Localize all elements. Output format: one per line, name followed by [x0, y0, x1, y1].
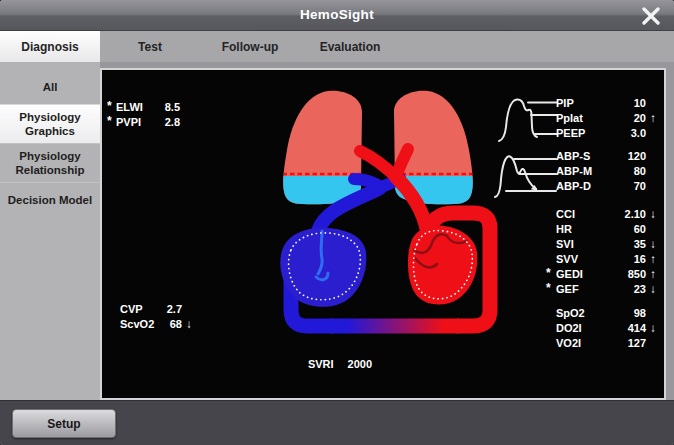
param-value: 16 — [604, 253, 646, 265]
param-value: 23 — [604, 283, 646, 295]
param-label: ScvO2 — [120, 318, 160, 330]
abp-group: ABP-S 120 ABP-M 80 ABP-D — [546, 148, 660, 193]
param-row: ScvO2 68 ↓ — [110, 316, 196, 331]
param-row: * GEDI 850 ↑ — [546, 266, 660, 281]
param-row: CCI 2.10 ↓ — [546, 206, 660, 221]
tab-label: Diagnosis — [21, 40, 78, 54]
blue-heart — [280, 228, 366, 307]
oxy-group: SpO2 98 DO2I 414 ↓ VO2I — [546, 305, 660, 350]
footer-bar: Setup — [0, 400, 674, 445]
red-heart — [408, 226, 477, 305]
param-value: 8.5 — [156, 101, 180, 113]
param-label: ABP-M — [556, 165, 604, 177]
param-label: SVI — [556, 238, 604, 250]
param-row: PIP 10 — [546, 95, 660, 110]
tab-strip: Diagnosis Test Follow-up Evaluation — [0, 31, 674, 62]
param-value: 10 — [604, 97, 646, 109]
param-value: 2.8 — [156, 116, 180, 128]
tab-label: Test — [138, 40, 162, 54]
tab-label: Follow-up — [222, 40, 279, 54]
svri-row: SVRI 2000 — [270, 358, 410, 370]
param-row: ABP-S 120 — [546, 148, 660, 163]
param-value: 2000 — [348, 358, 372, 370]
param-label: SVRI — [308, 358, 334, 370]
trend-arrow: ↓ — [646, 283, 660, 295]
window-title: HemoSight — [0, 7, 674, 22]
param-row: * ELWI 8.5 — [107, 99, 192, 114]
tab-follow-up[interactable]: Follow-up — [200, 31, 300, 62]
param-value: 98 — [604, 307, 646, 319]
param-row: VO2I 127 — [546, 335, 660, 350]
main-area: * ELWI 8.5 * PVPI 2.8 — [100, 62, 674, 400]
sidebar-item-all[interactable]: All — [0, 70, 100, 104]
param-row: * GEF 23 ↓ — [546, 281, 660, 296]
elwi-group: * ELWI 8.5 * PVPI 2.8 — [107, 99, 192, 129]
param-star: * — [546, 268, 556, 279]
param-value: 80 — [604, 165, 646, 177]
param-label: SVV — [556, 253, 604, 265]
param-label: PEEP — [556, 127, 604, 139]
param-row: ABP-D 70 — [546, 178, 660, 193]
param-label: CCI — [556, 208, 604, 220]
tab-label: Evaluation — [320, 40, 381, 54]
param-value: 120 — [604, 150, 646, 162]
param-value: 68 — [160, 318, 182, 330]
sidebar-item-physiology-graphics[interactable]: Physiology Graphics — [0, 104, 100, 143]
tab-evaluation[interactable]: Evaluation — [300, 31, 400, 62]
param-row: CVP 2.7 — [110, 301, 196, 316]
param-label: GEDI — [556, 268, 604, 280]
close-button[interactable] — [638, 5, 664, 27]
param-row: DO2I 414 ↓ — [546, 320, 660, 335]
param-label: DO2I — [556, 322, 604, 334]
trend-arrow: ↑ — [646, 253, 660, 265]
param-row: ABP-M 80 — [546, 163, 660, 178]
param-row: PEEP 3.0 — [546, 125, 660, 140]
param-row: HR 60 — [546, 221, 660, 236]
param-label: Pplat — [556, 112, 604, 124]
param-label: ABP-D — [556, 180, 604, 192]
trend-arrow: ↓ — [646, 322, 660, 334]
tab-test[interactable]: Test — [100, 31, 200, 62]
trend-arrow: ↑ — [646, 112, 660, 124]
cvp-group: CVP 2.7 ScvO2 68 ↓ — [110, 301, 196, 331]
param-value: 20 — [604, 112, 646, 124]
param-label: VO2I — [556, 337, 604, 349]
param-row: SVI 35 ↓ — [546, 236, 660, 251]
param-star: * — [107, 101, 116, 112]
sidebar-item-physiology-relationship[interactable]: Physiology Relationship — [0, 143, 100, 182]
physiology-panel: * ELWI 8.5 * PVPI 2.8 — [100, 68, 666, 400]
param-row: Pplat 20 ↑ — [546, 110, 660, 125]
param-value: 70 — [604, 180, 646, 192]
param-label: PVPI — [116, 116, 156, 128]
param-label: HR — [556, 223, 604, 235]
trend-arrow: ↑ — [646, 268, 660, 280]
param-row: SpO2 98 — [546, 305, 660, 320]
param-row: * PVPI 2.8 — [107, 114, 192, 129]
param-star: * — [107, 116, 116, 127]
trend-arrow: ↓ — [646, 208, 660, 220]
param-value: 2.7 — [160, 303, 182, 315]
body: All Physiology Graphics Physiology Relat… — [0, 62, 674, 400]
tab-diagnosis[interactable]: Diagnosis — [0, 31, 100, 62]
param-label: ABP-S — [556, 150, 604, 162]
title-bar: HemoSight — [0, 0, 674, 31]
sidebar-item-decision-model[interactable]: Decision Model — [0, 182, 100, 216]
param-label: PIP — [556, 97, 604, 109]
param-row: SVV 16 ↑ — [546, 251, 660, 266]
hemosight-window: HemoSight Diagnosis Test Follow-up Evalu… — [0, 0, 674, 445]
vent-group: PIP 10 Pplat 20 ↑ PEEP — [546, 95, 660, 140]
close-icon — [641, 7, 661, 25]
param-value: 35 — [604, 238, 646, 250]
param-value: 414 — [604, 322, 646, 334]
param-value: 2.10 — [604, 208, 646, 220]
sidebar: All Physiology Graphics Physiology Relat… — [0, 62, 100, 400]
setup-button[interactable]: Setup — [12, 409, 116, 438]
hemo-group: CCI 2.10 ↓ HR 60 SVI — [546, 206, 660, 296]
param-label: CVP — [120, 303, 160, 315]
param-star: * — [546, 283, 556, 294]
trend-arrow: ↓ — [646, 238, 660, 250]
param-label: ELWI — [116, 101, 156, 113]
param-label: SpO2 — [556, 307, 604, 319]
trend-arrow: ↓ — [182, 318, 196, 330]
param-value: 127 — [604, 337, 646, 349]
